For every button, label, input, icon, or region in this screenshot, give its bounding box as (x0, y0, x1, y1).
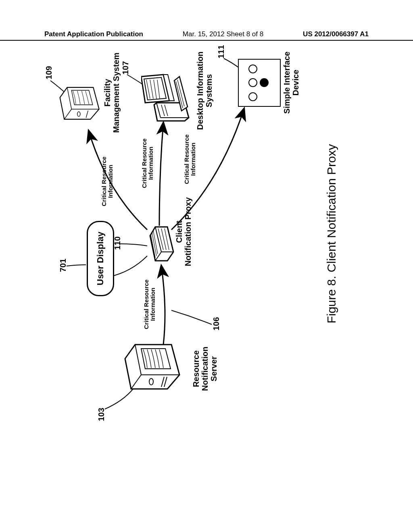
figure-title: Figure 8. Client Notification Proxy (325, 22, 338, 445)
simple-interface-device-icon (238, 59, 281, 107)
edge-label-cri-106: Critical Resource Information (143, 274, 156, 335)
button-icon (260, 79, 269, 87)
cnp-l2: Notification Proxy (184, 197, 192, 266)
cri2-l2: Information (107, 165, 114, 198)
figure-title-text: Figure 8. Client Notification Proxy (325, 144, 338, 323)
edge-label-cri-to-dis: Critical Resource Information (141, 133, 154, 193)
cri2-l1: Critical Resource (100, 156, 107, 206)
user-display-node: User Display (87, 221, 114, 296)
rns-l2: Notification (200, 347, 209, 391)
cri1-l1: Critical Resource (143, 279, 150, 329)
indicator-icon (248, 92, 257, 101)
ref-701: 701 (58, 259, 68, 272)
figure-rotated-canvas: 103 Resource Notification Server User Di… (42, 22, 365, 445)
ref-103: 103 (97, 408, 106, 421)
desktop-computer-icon (141, 73, 196, 125)
ref-111: 111 (217, 45, 226, 58)
proxy-box-icon (145, 224, 175, 264)
sid-l2: Device (291, 70, 300, 96)
label-desktop-information-systems: Desktop Information Systems (196, 42, 213, 139)
fms-l1: Facility (103, 79, 112, 107)
cri4-l2: Information (190, 143, 196, 176)
ref-107: 107 (121, 61, 130, 75)
sid-l1: Simple Interface (282, 52, 291, 114)
svg-marker-6 (60, 87, 99, 119)
server-tower-icon (123, 341, 188, 397)
cri1-l2: Information (149, 288, 156, 321)
fms-l2: Management System (112, 53, 121, 133)
cri3-l1: Critical Resource (141, 138, 148, 188)
server-tower-icon (58, 83, 105, 127)
dis-l2: Systems (204, 74, 213, 107)
cnp-l1: Client (175, 220, 184, 243)
ref-109: 109 (44, 66, 54, 79)
indicator-icon (248, 79, 257, 87)
rns-l1: Resource (192, 350, 200, 387)
cri4-l1: Critical Resource (183, 134, 190, 184)
dis-l1: Desktop Information (196, 52, 204, 130)
svg-marker-0 (125, 345, 179, 389)
label-facility-management-system: Facility Management System (103, 46, 121, 139)
ref-110: 110 (113, 237, 122, 250)
edge-label-cri-to-sid: Critical Resource Information (184, 129, 196, 189)
indicator-icon (248, 64, 257, 73)
figure-area: 103 Resource Notification Server User Di… (44, 73, 367, 496)
user-display-label: User Display (95, 232, 105, 285)
edge-label-cri-to-fms: Critical Resource Information (101, 151, 114, 212)
label-simple-interface-device: Simple Interface Device (282, 42, 300, 123)
cri3-l2: Information (147, 147, 154, 180)
ref-106: 106 (212, 317, 221, 330)
label-client-notification-proxy: Client Notification Proxy (175, 191, 192, 272)
label-resource-notification-server: Resource Notification Server (192, 337, 218, 401)
rns-l3: Server (209, 356, 218, 381)
